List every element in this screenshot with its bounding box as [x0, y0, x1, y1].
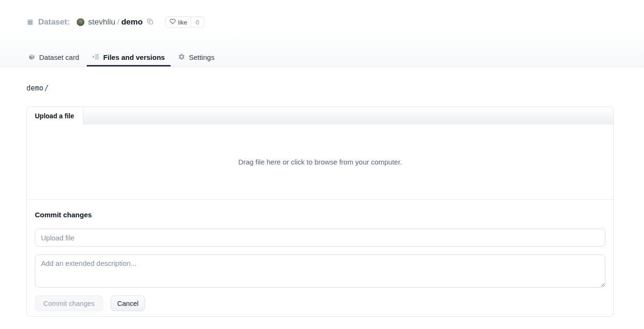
commit-form-title: Commit changes	[35, 211, 605, 219]
like-label: like	[178, 19, 187, 26]
tab-label: Dataset card	[39, 53, 79, 61]
main-content: demo / Upload a file Drag file here or c…	[0, 83, 644, 317]
cube-icon	[28, 53, 35, 62]
owner-link[interactable]: stevhliu	[88, 17, 115, 27]
like-button[interactable]: like 0	[165, 16, 204, 28]
repo-tab-bar: Dataset card Files and versions	[0, 49, 644, 66]
tab-dataset-card[interactable]: Dataset card	[23, 49, 85, 66]
tab-label: Settings	[189, 53, 214, 61]
commit-actions: Commit changes Cancel	[35, 296, 605, 311]
list-versions-icon	[92, 53, 99, 62]
repo-title-row: Dataset: stevhliu / demo like 0	[0, 16, 644, 29]
breadcrumb-repo-link[interactable]: demo	[26, 84, 43, 92]
tab-label: Files and versions	[103, 53, 165, 61]
upload-panel-tabstrip: Upload a file	[27, 107, 613, 124]
dropzone-text: Drag file here or click to browse from y…	[238, 158, 402, 166]
avatar[interactable]	[76, 18, 85, 26]
breadcrumb: demo /	[26, 83, 614, 93]
cancel-button[interactable]: Cancel	[111, 296, 145, 311]
repo-name-link[interactable]: demo	[121, 17, 142, 27]
breadcrumb-separator: /	[44, 84, 49, 92]
commit-form: Commit changes Commit changes Cancel	[27, 200, 613, 317]
commit-summary-input[interactable]	[35, 229, 605, 247]
database-icon	[26, 18, 34, 26]
copy-icon	[147, 18, 154, 26]
like-button-main: like	[166, 17, 191, 27]
commit-changes-button[interactable]: Commit changes	[35, 296, 103, 311]
tab-settings[interactable]: Settings	[172, 49, 220, 66]
upload-panel: Upload a file Drag file here or click to…	[26, 107, 614, 317]
repo-type-label: Dataset:	[38, 17, 70, 27]
copy-repo-name-button[interactable]	[147, 18, 154, 26]
tab-upload-a-file[interactable]: Upload a file	[27, 107, 83, 124]
heart-icon	[170, 18, 176, 26]
gear-icon	[178, 53, 185, 62]
like-count: 0	[191, 17, 203, 27]
tab-files-and-versions[interactable]: Files and versions	[87, 49, 171, 66]
file-dropzone[interactable]: Drag file here or click to browse from y…	[27, 124, 613, 200]
commit-description-textarea[interactable]	[35, 255, 605, 288]
name-separator: /	[117, 17, 120, 27]
repo-header: Dataset: stevhliu / demo like 0	[0, 0, 644, 67]
